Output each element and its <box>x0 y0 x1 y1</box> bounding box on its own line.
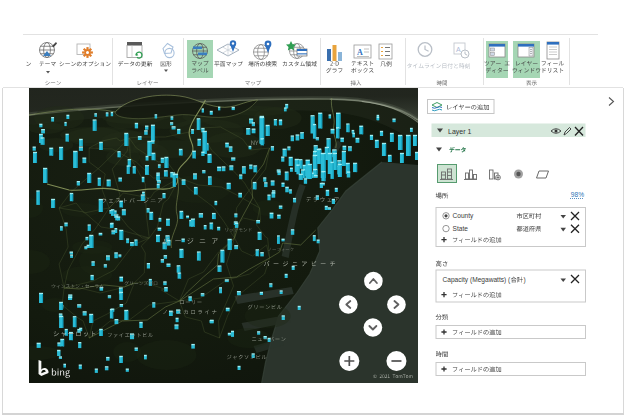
svg-text:): ) <box>523 276 525 284</box>
svg-text:98%: 98% <box>571 191 584 198</box>
svg-text:A: A <box>357 48 363 57</box>
svg-text:Layer 1: Layer 1 <box>448 128 471 136</box>
svg-text:County: County <box>453 212 475 220</box>
svg-text:State: State <box>453 225 469 232</box>
svg-text:Capacity (Megawatts) (: Capacity (Megawatts) ( <box>443 276 512 284</box>
svg-text:A: A <box>456 46 461 53</box>
